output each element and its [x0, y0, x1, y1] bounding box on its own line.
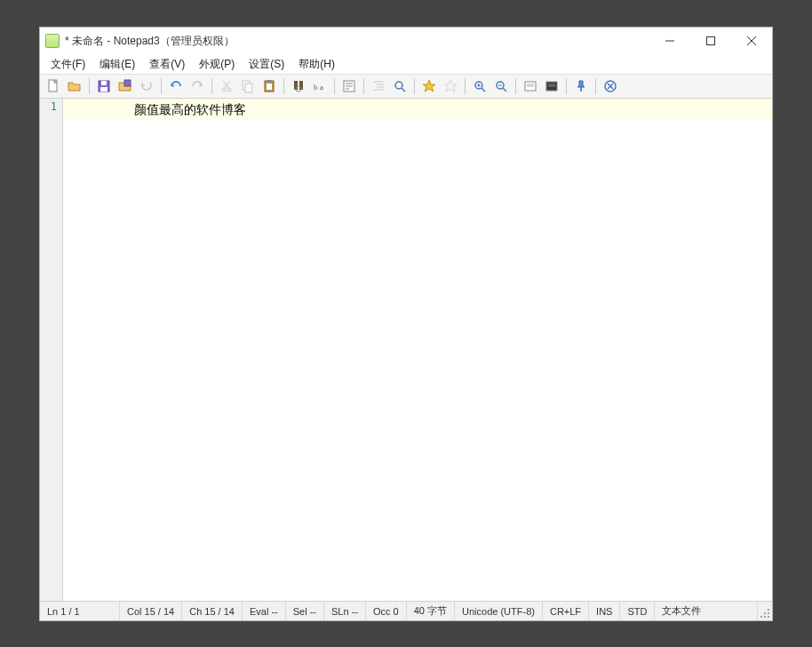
open-file-icon[interactable] [65, 76, 84, 96]
paste-icon[interactable] [259, 76, 279, 96]
line-number: 1 [40, 100, 57, 113]
editor-area: 1 颜值最高的软件博客 [40, 99, 772, 601]
status-bytes[interactable]: 40 字节 [407, 602, 455, 620]
svg-rect-7 [100, 87, 107, 92]
indent-icon [369, 76, 388, 96]
status-sln[interactable]: SLn -- [324, 602, 366, 620]
redo-icon [187, 76, 207, 96]
status-line[interactable]: Ln 1 / 1 [40, 602, 120, 620]
svg-point-55 [768, 616, 769, 618]
text-editor[interactable]: 颜值最高的软件博客 [63, 99, 772, 601]
save-as-icon[interactable] [115, 76, 135, 96]
revert-icon [137, 76, 156, 96]
status-std[interactable]: STD [620, 602, 655, 620]
menu-help[interactable]: 帮助(H) [291, 55, 342, 74]
svg-text:b: b [314, 83, 318, 92]
menu-bar: 文件(F) 编辑(E) 查看(V) 外观(P) 设置(S) 帮助(H) [40, 54, 772, 74]
word-wrap-icon[interactable] [339, 76, 359, 96]
pin-icon[interactable] [571, 76, 591, 96]
svg-rect-14 [245, 84, 252, 92]
menu-appearance[interactable]: 外观(P) [192, 55, 242, 74]
save-icon[interactable] [94, 76, 114, 96]
svg-rect-8 [124, 80, 131, 86]
svg-line-32 [402, 88, 405, 92]
window-title: * 未命名 - Notepad3（管理员权限） [65, 34, 235, 49]
status-occ[interactable]: Occ 0 [366, 602, 407, 620]
exit-icon[interactable] [601, 76, 620, 96]
scheme-light-icon[interactable] [521, 76, 540, 96]
svg-rect-16 [267, 80, 272, 83]
line-number-gutter: 1 [40, 99, 63, 601]
scheme-dark-icon[interactable] [542, 76, 561, 96]
status-bar: Ln 1 / 1 Col 15 / 14 Ch 15 / 14 Eval -- … [40, 601, 772, 620]
cut-icon [217, 76, 236, 96]
replace-icon[interactable]: ba [310, 76, 330, 96]
svg-rect-6 [101, 81, 107, 85]
status-ins[interactable]: INS [589, 602, 620, 620]
app-icon [45, 34, 60, 48]
svg-rect-17 [267, 84, 272, 90]
status-eol[interactable]: CR+LF [543, 602, 589, 620]
svg-point-11 [222, 88, 226, 92]
application-window: * 未命名 - Notepad3（管理员权限） 文件(F) 编辑(E) 查看(V… [39, 27, 773, 621]
copy-icon [238, 76, 258, 96]
svg-point-53 [760, 616, 762, 618]
svg-point-12 [227, 88, 231, 92]
svg-text:a: a [320, 83, 323, 92]
title-bar: * 未命名 - Notepad3（管理员权限） [40, 28, 772, 54]
favorite-star-icon[interactable] [419, 76, 439, 96]
svg-rect-1 [707, 37, 715, 45]
svg-line-36 [482, 88, 485, 92]
svg-line-39 [503, 88, 506, 92]
zoom-out-icon[interactable] [491, 76, 511, 96]
menu-file[interactable]: 文件(F) [44, 55, 92, 74]
menu-edit[interactable]: 编辑(E) [92, 55, 142, 74]
svg-point-54 [764, 616, 766, 618]
minimize-button[interactable] [649, 28, 690, 54]
status-col[interactable]: Col 15 / 14 [120, 602, 182, 620]
svg-point-31 [395, 82, 402, 89]
close-button[interactable] [731, 28, 772, 54]
status-sel[interactable]: Sel -- [286, 602, 324, 620]
menu-view[interactable]: 查看(V) [142, 55, 192, 74]
new-file-icon[interactable] [44, 76, 63, 96]
svg-point-51 [764, 612, 766, 614]
status-ch[interactable]: Ch 15 / 14 [182, 602, 243, 620]
svg-point-52 [768, 612, 769, 614]
resize-grip-icon[interactable] [758, 602, 772, 620]
undo-icon[interactable] [166, 76, 186, 96]
svg-point-50 [768, 609, 769, 611]
zoom-tool-icon[interactable] [390, 76, 410, 96]
status-eval[interactable]: Eval -- [243, 602, 286, 620]
status-encoding[interactable]: Unicode (UTF-8) [455, 602, 543, 620]
find-icon[interactable] [289, 76, 308, 96]
toolbar: ba [40, 74, 772, 99]
favorite-add-icon [441, 76, 460, 96]
editor-line: 颜值最高的软件博客 [63, 99, 772, 120]
menu-settings[interactable]: 设置(S) [242, 55, 291, 74]
status-filetype[interactable]: 文本文件 [655, 602, 758, 620]
maximize-button[interactable] [690, 28, 731, 54]
zoom-in-icon[interactable] [470, 76, 490, 96]
